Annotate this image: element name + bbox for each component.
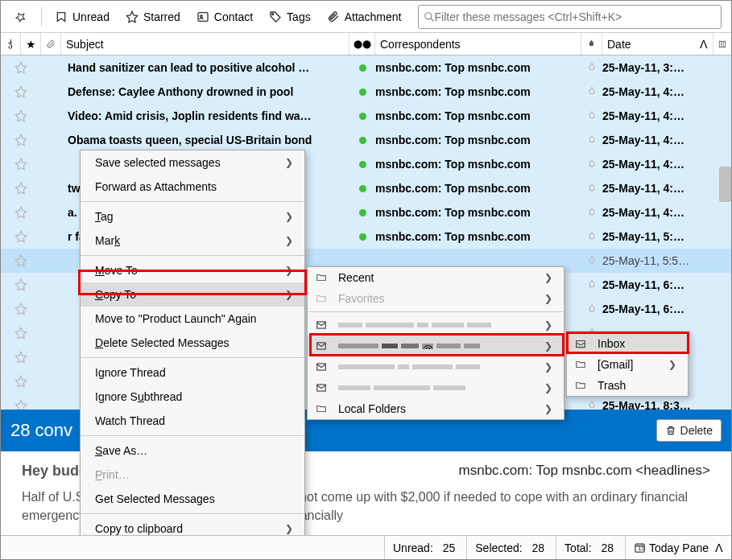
search-icon xyxy=(424,11,435,23)
message-row[interactable]: Hand sanitizer can lead to positive alco… xyxy=(1,56,731,80)
cm-delete[interactable]: Delete Selected Messages xyxy=(81,331,304,355)
cm-ignore-sub[interactable]: Ignore Subthread xyxy=(81,385,304,409)
starred-filter[interactable]: Starred xyxy=(119,7,187,27)
col-fire[interactable] xyxy=(581,33,602,55)
sm-account4[interactable]: ❯ xyxy=(308,377,564,398)
cm-move-to[interactable]: Move To❯ xyxy=(81,258,304,282)
col-picker[interactable] xyxy=(713,33,731,55)
folder-icon xyxy=(575,359,589,370)
folder-icon xyxy=(316,272,330,283)
delete-button[interactable]: Delete xyxy=(656,419,722,442)
filter-input[interactable] xyxy=(435,10,717,23)
sm-recent[interactable]: Recent❯ xyxy=(308,267,564,288)
today-pane[interactable]: 15 Today Paneᐱ xyxy=(625,536,723,559)
inbox-icon xyxy=(575,338,589,349)
svg-text:15: 15 xyxy=(638,544,646,552)
col-date[interactable]: Dateᐱ xyxy=(602,33,713,55)
trash-icon xyxy=(665,425,676,436)
filter-toolbar: Unread Starred Contact Tags Attachment xyxy=(1,1,731,33)
cm-print: Print… xyxy=(81,463,304,487)
contact-filter[interactable]: Contact xyxy=(190,7,259,27)
sm-account3[interactable]: ❯ xyxy=(308,356,564,377)
account-submenu: Inbox [Gmail]❯ Trash xyxy=(566,332,689,397)
mail-icon xyxy=(316,382,330,393)
status-unread: Unread: 25 xyxy=(384,536,455,559)
svg-point-3 xyxy=(424,12,431,19)
folder-icon xyxy=(316,293,330,304)
cm-copy-to[interactable]: Copy To❯ xyxy=(81,282,304,307)
sm-local[interactable]: Local Folders❯ xyxy=(308,398,564,419)
svg-point-2 xyxy=(272,13,274,14)
column-headers: ჭ ★ Subject ⬤⬤ Correspondents Dateᐱ xyxy=(1,33,731,56)
folder-icon xyxy=(575,380,589,391)
sm-favorites: Favorites❯ xyxy=(308,288,564,309)
cm-tag[interactable]: Tag❯ xyxy=(81,204,304,229)
preview-from: msnbc.com: Top msnbc.com <headlines> xyxy=(459,463,710,480)
message-row[interactable]: Defense: Caylee Anthony drowned in pool … xyxy=(1,80,731,104)
svg-rect-4 xyxy=(719,41,726,47)
col-thread[interactable]: ჭ xyxy=(1,33,21,55)
col-subject[interactable]: Subject xyxy=(61,33,349,55)
cm-move-again[interactable]: Move to "Product Launch" Again xyxy=(81,307,304,331)
cm-ignore-thread[interactable]: Ignore Thread xyxy=(81,360,304,385)
col-attach[interactable] xyxy=(41,33,61,55)
sm-trash[interactable]: Trash xyxy=(567,375,688,396)
cm-forward[interactable]: Forward as Attachments xyxy=(81,175,304,199)
attachment-filter[interactable]: Attachment xyxy=(321,7,408,27)
svg-rect-0 xyxy=(198,12,208,21)
sm-account2[interactable]: @❯ xyxy=(308,336,564,356)
tags-filter[interactable]: Tags xyxy=(263,7,317,27)
cm-watch[interactable]: Watch Thread xyxy=(81,409,304,433)
col-star[interactable]: ★ xyxy=(21,33,41,55)
status-total: Total: 28 xyxy=(556,536,614,559)
mail-icon xyxy=(316,361,330,373)
cm-mark[interactable]: Mark❯ xyxy=(81,229,304,253)
sm-inbox[interactable]: Inbox xyxy=(567,333,688,354)
pin-icon[interactable] xyxy=(7,6,35,27)
message-row[interactable]: Video: Amid crisis, Joplin residents fin… xyxy=(1,104,731,128)
col-correspondents[interactable]: Correspondents xyxy=(375,33,581,55)
unread-filter[interactable]: Unread xyxy=(48,7,116,27)
svg-point-1 xyxy=(201,15,203,18)
copy-to-submenu: Recent❯ Favorites❯ ❯ @❯ ❯ ❯ Local Folder… xyxy=(307,266,565,420)
cm-get-selected[interactable]: Get Selected Messages xyxy=(81,487,304,511)
cm-save-selected[interactable]: Save selected messages❯ xyxy=(81,150,304,175)
status-bar: Unread: 25 Selected: 28 Total: 28 15 Tod… xyxy=(1,535,731,559)
scrollbar-thumb[interactable] xyxy=(719,167,731,202)
sm-account1[interactable]: ❯ xyxy=(308,315,564,336)
mail-icon xyxy=(316,340,330,352)
col-junk[interactable]: ⬤⬤ xyxy=(349,33,375,55)
message-row[interactable]: Obama toasts queen, special US-Britain b… xyxy=(1,128,731,152)
filter-search[interactable] xyxy=(418,5,722,29)
calendar-icon: 15 xyxy=(634,541,646,554)
status-selected: Selected: 28 xyxy=(466,536,544,559)
mail-icon xyxy=(316,319,330,331)
folder-icon xyxy=(316,403,330,414)
sm-gmail[interactable]: [Gmail]❯ xyxy=(567,354,688,375)
cm-save-as[interactable]: Save As… xyxy=(81,439,304,463)
context-menu: Save selected messages❯ Forward as Attac… xyxy=(80,150,305,541)
